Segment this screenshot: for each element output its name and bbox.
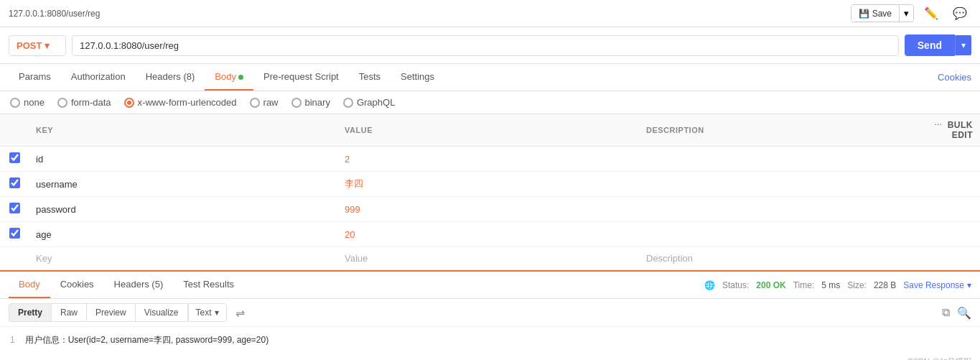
size-label: Size:: [847, 280, 867, 290]
row-1-key[interactable]: id: [29, 147, 337, 172]
title-bar-url: 127.0.0.1:8080/user/reg: [9, 9, 100, 19]
row-4-actions: [908, 222, 980, 247]
preview-button[interactable]: Preview: [86, 303, 135, 322]
row-3-checkbox-cell[interactable]: [0, 197, 29, 222]
radio-none-circle: [10, 98, 20, 108]
response-section: Body Cookies Headers (5) Test Results 🌐 …: [0, 270, 980, 354]
empty-row: Key Value Description: [0, 247, 980, 270]
body-type-binary[interactable]: binary: [291, 97, 330, 108]
title-bar-actions: 💾 Save ▾ ✏️ 💬: [851, 4, 971, 22]
body-type-raw[interactable]: raw: [250, 97, 279, 108]
request-tabs: Params Authorization Headers (8) Body Pr…: [9, 64, 444, 91]
request-bar: POST ▾ Send ▾: [0, 27, 980, 64]
tab-cookies[interactable]: Cookies: [938, 65, 971, 90]
edit-icon-button[interactable]: ✏️: [920, 5, 943, 22]
bulk-edit-label[interactable]: Bulk Edit: [948, 120, 973, 140]
row-2-checkbox-cell[interactable]: [0, 172, 29, 197]
empty-value-cell[interactable]: Value: [337, 247, 639, 270]
col-header-description: DESCRIPTION: [639, 114, 908, 147]
tab-body[interactable]: Body: [205, 64, 253, 91]
tab-tests[interactable]: Tests: [349, 64, 391, 91]
size-value: 228 B: [874, 280, 896, 290]
radio-binary-circle: [291, 98, 302, 108]
row-4-checkbox[interactable]: [9, 228, 20, 239]
tab-headers[interactable]: Headers (8): [136, 64, 205, 91]
watermark: CSDN @如风暖阳: [0, 354, 980, 360]
empty-actions: [908, 247, 980, 270]
tab-settings[interactable]: Settings: [391, 64, 444, 91]
empty-key-cell[interactable]: Key: [29, 247, 337, 270]
row-3-value[interactable]: 999: [337, 197, 639, 222]
body-type-row: none form-data x-www-form-urlencoded raw…: [0, 91, 980, 114]
raw-button[interactable]: Raw: [51, 303, 86, 322]
row-4-checkbox-cell[interactable]: [0, 222, 29, 247]
body-type-urlencoded[interactable]: x-www-form-urlencoded: [124, 97, 237, 108]
radio-raw-circle: [250, 98, 260, 108]
title-bar: 127.0.0.1:8080/user/reg 💾 Save ▾ ✏️ 💬: [0, 0, 980, 27]
send-btn-group: Send ▾: [905, 34, 971, 56]
col-header-key: KEY: [29, 114, 337, 147]
send-dropdown-button[interactable]: ▾: [955, 35, 971, 55]
table-row: id 2: [0, 147, 980, 172]
row-1-checkbox-cell[interactable]: [0, 147, 29, 172]
row-2-checkbox[interactable]: [9, 177, 20, 188]
resp-tab-headers[interactable]: Headers (5): [104, 272, 174, 298]
send-button[interactable]: Send: [905, 34, 955, 56]
status-label: Status:: [722, 280, 749, 290]
row-2-description[interactable]: [639, 172, 908, 197]
row-4-value[interactable]: 20: [337, 222, 639, 247]
row-2-actions: [908, 172, 980, 197]
wrap-icon[interactable]: ⇌: [235, 306, 245, 320]
row-3-checkbox[interactable]: [9, 203, 20, 213]
status-value: 200 OK: [756, 280, 785, 290]
pretty-button[interactable]: Pretty: [9, 303, 51, 322]
method-select[interactable]: POST ▾: [9, 35, 66, 56]
radio-form-data-circle: [57, 98, 67, 108]
table-row: username 李四: [0, 172, 980, 197]
url-input[interactable]: [72, 35, 899, 56]
row-4-key[interactable]: age: [29, 222, 337, 247]
save-icon: 💾: [859, 9, 869, 19]
tab-pre-request-script[interactable]: Pre-request Script: [253, 64, 349, 91]
body-type-form-data[interactable]: form-data: [57, 97, 111, 108]
radio-urlencoded-circle: [124, 98, 134, 108]
save-button[interactable]: 💾 Save: [851, 6, 899, 22]
body-dot-indicator: [238, 75, 243, 80]
text-chevron-icon: ▾: [215, 308, 219, 318]
row-1-actions: [908, 147, 980, 172]
method-chevron-icon: ▾: [45, 40, 50, 51]
save-response-chevron-icon: ▾: [967, 280, 971, 290]
row-2-key[interactable]: username: [29, 172, 337, 197]
row-4-description[interactable]: [639, 222, 908, 247]
resp-tab-cookies[interactable]: Cookies: [50, 272, 104, 298]
body-type-none[interactable]: none: [10, 97, 45, 108]
visualize-button[interactable]: Visualize: [135, 303, 188, 322]
row-1-value[interactable]: 2: [337, 147, 639, 172]
tab-authorization[interactable]: Authorization: [61, 64, 136, 91]
body-type-graphql[interactable]: GraphQL: [343, 97, 395, 108]
save-btn-group[interactable]: 💾 Save ▾: [851, 4, 914, 22]
comment-icon-button[interactable]: 💬: [948, 5, 971, 22]
save-dropdown-button[interactable]: ▾: [899, 5, 913, 22]
copy-icon[interactable]: ⧉: [942, 306, 950, 319]
resp-tab-test-results[interactable]: Test Results: [173, 272, 244, 298]
resp-tab-body[interactable]: Body: [9, 272, 50, 298]
col-header-checkbox: [0, 114, 29, 147]
more-icon: ⋯: [934, 121, 943, 129]
text-dropdown[interactable]: Text ▾: [188, 303, 227, 322]
response-meta: 🌐 Status: 200 OK Time: 5 ms Size: 228 B …: [704, 280, 971, 290]
empty-checkbox-cell: [0, 247, 29, 270]
row-3-key[interactable]: password: [29, 197, 337, 222]
method-label: POST: [17, 40, 42, 51]
response-tabs-row: Body Cookies Headers (5) Test Results 🌐 …: [0, 272, 980, 299]
tab-params[interactable]: Params: [9, 64, 61, 91]
save-response-button[interactable]: Save Response ▾: [903, 280, 971, 290]
row-1-checkbox[interactable]: [9, 152, 20, 163]
row-2-value[interactable]: 李四: [337, 172, 639, 197]
search-icon[interactable]: 🔍: [957, 306, 971, 320]
table-row: age 20: [0, 222, 980, 247]
row-3-actions: [908, 197, 980, 222]
empty-desc-cell[interactable]: Description: [639, 247, 908, 270]
row-3-description[interactable]: [639, 197, 908, 222]
row-1-description[interactable]: [639, 147, 908, 172]
